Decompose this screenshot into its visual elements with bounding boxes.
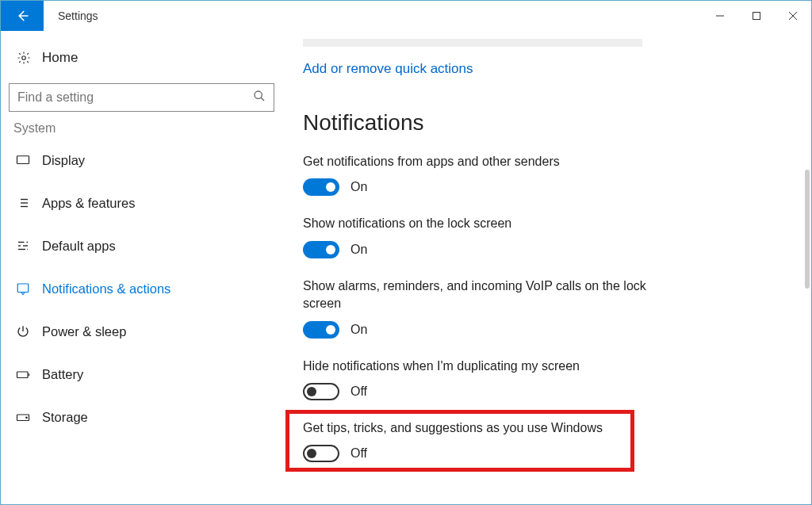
toggle-state-label: On xyxy=(350,323,367,337)
svg-rect-21 xyxy=(17,372,29,378)
setting-description: Show notifications on the lock screen xyxy=(303,215,684,232)
setting-item: Hide notifications when I'm duplicating … xyxy=(303,358,811,400)
setting-item: Get tips, tricks, and suggestions as you… xyxy=(303,419,811,462)
svg-rect-1 xyxy=(753,13,760,20)
titlebar: Settings xyxy=(1,1,811,31)
sidebar-item-label: Storage xyxy=(42,410,88,425)
app-title: Settings xyxy=(58,10,98,22)
search-icon xyxy=(253,90,266,105)
minimize-button[interactable] xyxy=(702,1,738,31)
sidebar-item-notifications-actions[interactable]: Notifications & actions xyxy=(1,267,282,310)
sidebar-item-power-sleep[interactable]: Power & sleep xyxy=(1,310,282,353)
sidebar: Home System DisplayApps & featuresDefaul… xyxy=(1,31,282,504)
search-box[interactable] xyxy=(9,83,274,112)
arrow-left-icon xyxy=(15,9,29,23)
sidebar-item-label: Apps & features xyxy=(42,196,135,211)
quick-actions-placeholder xyxy=(303,39,642,47)
setting-item: Get notifications from apps and other se… xyxy=(303,153,811,196)
sidebar-item-storage[interactable]: Storage xyxy=(1,396,282,438)
storage-icon xyxy=(15,410,31,424)
gear-icon xyxy=(15,51,33,65)
minimize-icon xyxy=(715,11,725,21)
maximize-button[interactable] xyxy=(738,1,775,31)
setting-description: Get notifications from apps and other se… xyxy=(303,153,684,170)
main-content: Add or remove quick actions Notification… xyxy=(282,31,811,504)
sidebar-item-label: Notifications & actions xyxy=(42,281,170,296)
close-icon xyxy=(788,11,798,21)
power-icon xyxy=(15,324,31,339)
notifications-icon xyxy=(15,281,31,296)
sidebar-item-default-apps[interactable]: Default apps xyxy=(1,224,282,267)
sidebar-item-label: Display xyxy=(42,153,85,168)
toggle-knob xyxy=(307,449,316,458)
svg-line-6 xyxy=(261,98,264,101)
setting-description: Get tips, tricks, and suggestions as you… xyxy=(303,419,684,437)
toggle-state-label: On xyxy=(350,243,367,257)
toggle-knob xyxy=(326,182,335,192)
display-icon xyxy=(15,153,31,167)
setting-item: Show alarms, reminders, and incoming VoI… xyxy=(303,277,811,339)
maximize-icon xyxy=(752,11,761,21)
setting-description: Hide notifications when I'm duplicating … xyxy=(303,358,684,375)
svg-point-5 xyxy=(255,91,262,98)
toggle-switch[interactable] xyxy=(303,321,339,339)
scrollbar[interactable] xyxy=(805,170,810,289)
list-icon xyxy=(15,196,31,210)
home-label: Home xyxy=(42,50,78,66)
sidebar-item-label: Battery xyxy=(42,367,83,382)
search-input[interactable] xyxy=(17,90,253,105)
sidebar-item-battery[interactable]: Battery xyxy=(1,353,282,396)
back-button[interactable] xyxy=(1,1,44,31)
section-heading: Notifications xyxy=(303,110,811,136)
setting-description: Show alarms, reminders, and incoming VoI… xyxy=(303,277,684,313)
toggle-knob xyxy=(326,325,335,335)
toggle-switch[interactable] xyxy=(303,241,339,258)
window-controls xyxy=(702,1,811,31)
sidebar-item-home[interactable]: Home xyxy=(1,39,282,77)
svg-rect-7 xyxy=(17,156,29,164)
battery-icon xyxy=(15,367,31,381)
toggle-switch[interactable] xyxy=(303,383,339,400)
defaults-icon xyxy=(15,239,31,253)
sidebar-section-label: System xyxy=(1,121,282,139)
setting-item: Show notifications on the lock screenOn xyxy=(303,215,811,258)
sidebar-item-label: Power & sleep xyxy=(42,324,126,339)
toggle-switch[interactable] xyxy=(303,178,339,196)
svg-point-4 xyxy=(22,56,26,60)
toggle-state-label: On xyxy=(350,180,367,194)
toggle-knob xyxy=(326,245,335,254)
close-button[interactable] xyxy=(775,1,811,31)
toggle-switch[interactable] xyxy=(303,445,339,462)
toggle-knob xyxy=(307,387,316,396)
sidebar-item-display[interactable]: Display xyxy=(1,139,282,182)
toggle-state-label: Off xyxy=(350,446,367,461)
sidebar-item-label: Default apps xyxy=(42,239,116,254)
quick-actions-link[interactable]: Add or remove quick actions xyxy=(303,61,811,77)
sidebar-item-apps-features[interactable]: Apps & features xyxy=(1,182,282,224)
svg-point-24 xyxy=(26,417,28,419)
toggle-state-label: Off xyxy=(350,384,367,399)
svg-rect-20 xyxy=(17,284,29,293)
